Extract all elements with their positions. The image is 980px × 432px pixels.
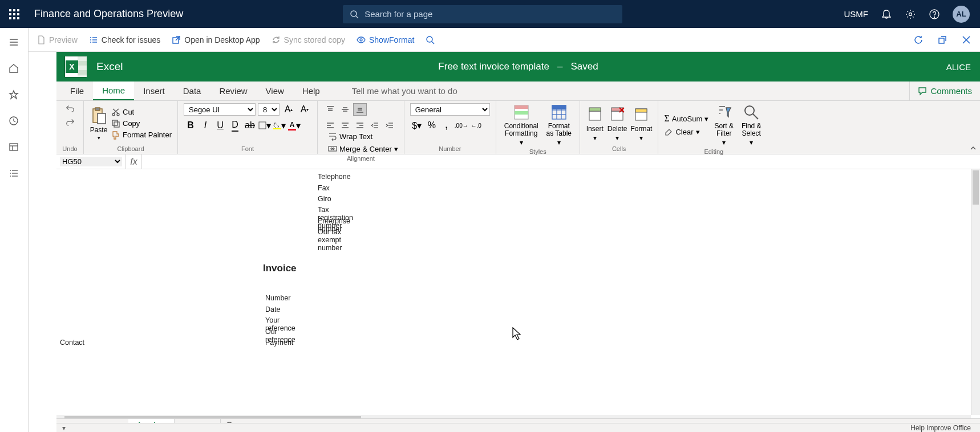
modules-icon[interactable] xyxy=(9,168,20,180)
tab-view[interactable]: View xyxy=(257,81,293,100)
cell[interactable]: Fax xyxy=(318,184,330,192)
sort-filter-button[interactable]: Sort & Filter▾ xyxy=(712,103,736,146)
cell[interactable]: Number xyxy=(265,294,290,302)
percent-icon[interactable]: % xyxy=(425,119,439,132)
check-issues-action[interactable]: Check for issues xyxy=(89,35,160,44)
align-bottom-icon[interactable] xyxy=(353,103,367,116)
merge-icon xyxy=(328,144,337,153)
cell[interactable]: Telephone xyxy=(318,173,351,181)
cell[interactable]: Date xyxy=(265,305,280,313)
spreadsheet-grid[interactable]: Telephone Fax Giro Tax registration numb… xyxy=(56,169,980,432)
home-icon[interactable] xyxy=(9,63,20,75)
decimal-decrease-icon[interactable]: ←.0 xyxy=(469,119,483,132)
merge-center-button[interactable]: Merge & Center ▾ xyxy=(328,144,398,153)
comma-icon[interactable]: , xyxy=(440,119,453,132)
format-as-table-button[interactable]: Format as Table▾ xyxy=(544,103,574,146)
help-icon[interactable] xyxy=(929,9,940,20)
copy-button[interactable]: Copy xyxy=(111,119,172,128)
align-right-icon[interactable] xyxy=(353,119,367,132)
status-dropdown-icon[interactable]: ▾ xyxy=(62,424,66,432)
tab-help[interactable]: Help xyxy=(293,81,329,100)
redo-icon[interactable] xyxy=(66,117,75,126)
align-left-icon[interactable] xyxy=(323,119,337,132)
svg-point-45 xyxy=(117,113,119,116)
decimal-increase-icon[interactable]: .00→ xyxy=(455,119,468,132)
number-format-select[interactable]: General xyxy=(410,103,490,116)
popout-icon[interactable] xyxy=(937,34,948,46)
group-alignment: Alignment xyxy=(323,153,398,164)
fx-icon[interactable]: fx xyxy=(126,154,142,169)
cell[interactable]: Our tax exempt number xyxy=(318,228,342,252)
global-search[interactable]: Search for a page xyxy=(343,5,622,23)
close-icon[interactable] xyxy=(961,34,972,46)
autosum-button[interactable]: ΣAutoSum▾ xyxy=(664,113,708,124)
open-desktop-action[interactable]: Open in Desktop App xyxy=(172,35,260,44)
svg-rect-38 xyxy=(939,38,944,43)
undo-icon[interactable] xyxy=(66,103,75,112)
tab-file[interactable]: File xyxy=(61,81,93,100)
strikethrough-button[interactable]: ab xyxy=(243,119,257,132)
bold-button[interactable]: B xyxy=(184,119,197,132)
hamburger-icon[interactable] xyxy=(9,37,20,48)
tab-home[interactable]: Home xyxy=(93,81,134,100)
indent-decrease-icon[interactable] xyxy=(368,119,382,132)
avatar[interactable]: AL xyxy=(953,6,970,23)
gear-icon[interactable] xyxy=(905,9,916,20)
align-center-icon[interactable] xyxy=(338,119,352,132)
refresh-icon[interactable] xyxy=(913,34,924,46)
comments-button[interactable]: Comments xyxy=(909,81,980,100)
recent-icon[interactable] xyxy=(9,116,20,127)
excel-logo-icon: X xyxy=(64,56,86,78)
conditional-formatting-button[interactable]: Conditional Formatting▾ xyxy=(502,103,541,146)
document-title[interactable]: Free text invoice template – Saved xyxy=(438,61,598,72)
cell[interactable]: Payment xyxy=(265,339,293,347)
align-middle-icon[interactable] xyxy=(338,103,352,116)
underline-button[interactable]: U xyxy=(213,119,227,132)
fill-color-button[interactable]: ▾ xyxy=(273,119,286,132)
workspace-icon[interactable] xyxy=(9,142,20,153)
app-launcher-icon[interactable] xyxy=(0,9,29,19)
search-action[interactable] xyxy=(426,35,435,44)
star-icon[interactable] xyxy=(9,89,20,101)
currency-icon[interactable]: $▾ xyxy=(410,119,424,132)
comment-icon xyxy=(918,87,927,96)
group-undo: Undo xyxy=(62,144,78,154)
invoice-heading[interactable]: Invoice xyxy=(263,263,297,274)
clear-button[interactable]: Clear▾ xyxy=(664,127,708,136)
wrap-text-button[interactable]: Wrap Text xyxy=(328,132,398,141)
indent-increase-icon[interactable] xyxy=(383,119,396,132)
paste-button[interactable]: Paste▾ xyxy=(90,107,108,141)
format-painter-button[interactable]: Format Painter xyxy=(111,131,172,140)
tab-data[interactable]: Data xyxy=(174,81,210,100)
insert-cells-button[interactable]: Insert▾ xyxy=(586,105,604,142)
bell-icon[interactable] xyxy=(881,9,892,20)
company-code[interactable]: USMF xyxy=(844,9,869,19)
font-size-select[interactable]: 8 xyxy=(258,103,280,116)
sync-action[interactable]: Sync stored copy xyxy=(272,35,345,44)
preview-action[interactable]: Preview xyxy=(37,35,78,44)
find-select-button[interactable]: Find & Select▾ xyxy=(739,103,763,146)
help-improve-link[interactable]: Help Improve Office xyxy=(910,424,971,432)
tell-me-search[interactable]: Tell me what you want to do xyxy=(352,81,457,100)
show-format-action[interactable]: ShowFormat xyxy=(357,35,414,44)
format-cells-button[interactable]: Format▾ xyxy=(630,105,652,142)
font-shrink-icon[interactable]: A▾ xyxy=(298,103,311,116)
cell[interactable]: Giro xyxy=(318,195,331,203)
italic-button[interactable]: I xyxy=(199,119,212,132)
font-grow-icon[interactable]: A▴ xyxy=(282,103,295,116)
font-name-select[interactable]: Segoe UI xyxy=(184,103,256,116)
collapse-ribbon-icon[interactable] xyxy=(970,145,977,152)
cut-button[interactable]: Cut xyxy=(111,108,172,117)
double-underline-button[interactable]: D xyxy=(228,119,242,132)
align-top-icon[interactable] xyxy=(323,103,337,116)
delete-cells-button[interactable]: Delete▾ xyxy=(608,105,627,142)
border-button[interactable]: ▾ xyxy=(258,119,272,132)
scrollbar-thumb[interactable] xyxy=(973,170,979,205)
name-box[interactable]: HG50 xyxy=(56,154,126,169)
paste-icon xyxy=(90,107,108,125)
tab-review[interactable]: Review xyxy=(210,81,256,100)
tab-insert[interactable]: Insert xyxy=(134,81,174,100)
font-color-button[interactable]: A▾ xyxy=(287,119,301,132)
cell[interactable]: Contact xyxy=(60,339,84,347)
vertical-scrollbar[interactable] xyxy=(971,169,980,415)
